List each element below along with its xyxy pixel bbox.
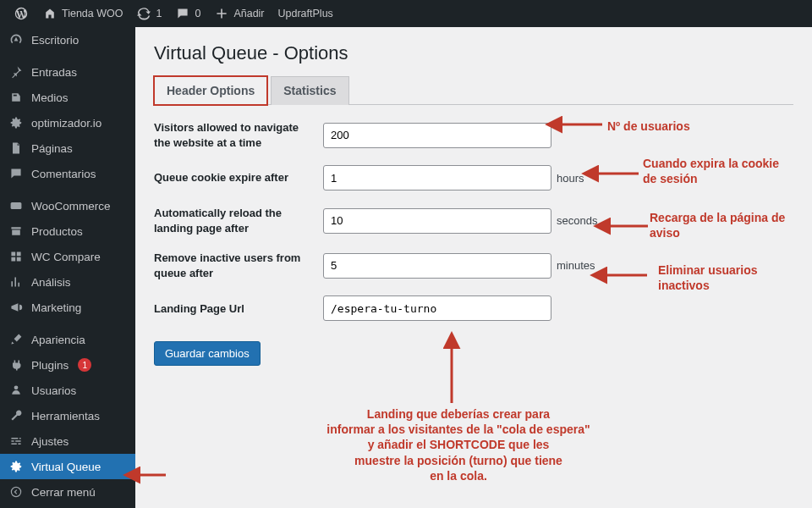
sidebar-item-marketing[interactable]: Marketing [0, 295, 135, 320]
input-cookie[interactable] [323, 165, 551, 190]
sidebar-item-users[interactable]: Usuarios [0, 378, 135, 403]
sidebar-item-label: Virtual Queue [31, 461, 101, 473]
row-landing: Landing Page Url [154, 295, 793, 321]
sidebar-item-wc-compare[interactable]: WC Compare [0, 244, 135, 269]
sidebar-item-settings[interactable]: Ajustes [0, 428, 135, 454]
tab-statistics[interactable]: Statistics [271, 76, 348, 105]
update-icon [136, 6, 151, 21]
sidebar-item-appearance[interactable]: Apariencia [0, 327, 135, 352]
wordpress-icon [14, 6, 29, 21]
sidebar-item-label: Herramientas [31, 410, 100, 422]
sidebar-item-label: WC Compare [31, 251, 101, 263]
sidebar-item-optimizador[interactable]: optimizador.io [0, 110, 135, 135]
gear-icon [8, 459, 24, 474]
archive-icon [8, 224, 24, 239]
input-landing[interactable] [323, 295, 551, 321]
new-content-link[interactable]: Añadir [207, 0, 271, 27]
home-icon [42, 6, 58, 21]
svg-point-1 [11, 487, 20, 496]
unit-reload: seconds [557, 214, 597, 227]
sidebar-item-posts[interactable]: Entradas [0, 59, 135, 85]
comments-count: 0 [195, 8, 200, 19]
plugin-badge: 1 [78, 358, 91, 372]
label-reload: Automatically reload the landing page af… [154, 206, 323, 235]
wrench-icon [8, 408, 24, 423]
sidebar-item-label: Plugins [31, 359, 69, 372]
grid-icon [8, 249, 24, 264]
input-visitors[interactable] [323, 123, 551, 148]
unit-inactive: minutes [557, 259, 595, 272]
sidebar-item-label: Comentarios [31, 168, 96, 180]
admin-sidebar: Escritorio Entradas Medios optimizador.i… [0, 27, 135, 508]
sidebar-item-label: Escritorio [31, 34, 79, 47]
users-icon [8, 383, 24, 398]
sidebar-item-label: Ajustes [31, 435, 69, 448]
sidebar-item-label: Productos [31, 225, 83, 238]
svg-rect-0 [11, 202, 22, 209]
plus-icon [214, 6, 229, 21]
site-link[interactable]: Tienda WOO [36, 0, 129, 27]
sidebar-item-woocommerce[interactable]: WooCommerce [0, 193, 135, 218]
input-inactive[interactable] [323, 253, 551, 279]
pin-icon [8, 64, 24, 80]
row-cookie: Queue cookie expire after hours [154, 165, 793, 190]
add-label: Añadir [233, 8, 264, 19]
gear-icon [8, 115, 24, 130]
dashboard-icon [8, 32, 24, 47]
sidebar-item-tools[interactable]: Herramientas [0, 403, 135, 428]
tab-header-options[interactable]: Header Options [154, 76, 267, 105]
sidebar-item-label: WooCommerce [31, 200, 111, 213]
main-content: Virtual Queue - Options Header Options S… [135, 27, 812, 508]
sidebar-item-dashboard[interactable]: Escritorio [0, 27, 135, 52]
sidebar-item-label: optimizador.io [31, 117, 102, 130]
sidebar-item-products[interactable]: Productos [0, 218, 135, 244]
brush-icon [8, 332, 24, 347]
label-cookie: Queue cookie expire after [154, 170, 323, 185]
label-landing: Landing Page Url [154, 301, 323, 317]
woo-icon [8, 198, 24, 213]
comments-link[interactable]: 0 [168, 0, 207, 27]
sidebar-item-label: Marketing [31, 301, 81, 314]
sidebar-item-label: Usuarios [31, 384, 76, 397]
nav-tabs: Header Options Statistics [154, 76, 793, 105]
site-name-label: Tienda WOO [62, 8, 123, 19]
sidebar-item-analytics[interactable]: Análisis [0, 269, 135, 295]
page-title: Virtual Queue - Options [154, 42, 793, 64]
sidebar-item-virtual-queue[interactable]: Virtual Queue [0, 454, 135, 479]
row-reload: Automatically reload the landing page af… [154, 206, 793, 235]
media-icon [8, 90, 24, 105]
updates-count: 1 [156, 8, 162, 19]
row-visitors: Visitors allowed to navigate the website… [154, 120, 793, 150]
comment-icon [8, 166, 24, 181]
sidebar-item-collapse[interactable]: Cerrar menú [0, 479, 135, 505]
sidebar-item-label: Páginas [31, 142, 73, 155]
wp-logo[interactable] [7, 0, 36, 27]
save-button[interactable]: Guardar cambios [154, 341, 261, 366]
unit-cookie: hours [557, 172, 584, 185]
megaphone-icon [8, 300, 24, 315]
page-icon [8, 141, 24, 156]
plug-icon [8, 357, 24, 373]
sidebar-item-media[interactable]: Medios [0, 85, 135, 110]
sidebar-item-label: Entradas [31, 66, 77, 79]
sidebar-item-label: Análisis [31, 276, 71, 289]
sidebar-item-plugins[interactable]: Plugins1 [0, 352, 135, 378]
sidebar-item-label: Cerrar menú [31, 486, 96, 499]
label-inactive: Remove inactive users from queue after [154, 251, 323, 280]
sidebar-item-label: Apariencia [31, 334, 85, 346]
updates-link[interactable]: 1 [129, 0, 168, 27]
chart-icon [8, 274, 24, 290]
sidebar-item-pages[interactable]: Páginas [0, 135, 135, 161]
sidebar-item-comments[interactable]: Comentarios [0, 161, 135, 186]
collapse-icon [8, 484, 24, 500]
updraft-label: UpdraftPlus [278, 8, 333, 19]
comment-icon [175, 6, 190, 21]
row-inactive: Remove inactive users from queue after m… [154, 251, 793, 280]
adminbar: Tienda WOO 1 0 Añadir UpdraftPlus [0, 0, 812, 27]
sliders-icon [8, 433, 24, 449]
input-reload[interactable] [323, 208, 551, 234]
label-visitors: Visitors allowed to navigate the website… [154, 120, 323, 150]
updraft-link[interactable]: UpdraftPlus [272, 0, 340, 27]
sidebar-item-label: Medios [31, 91, 69, 104]
